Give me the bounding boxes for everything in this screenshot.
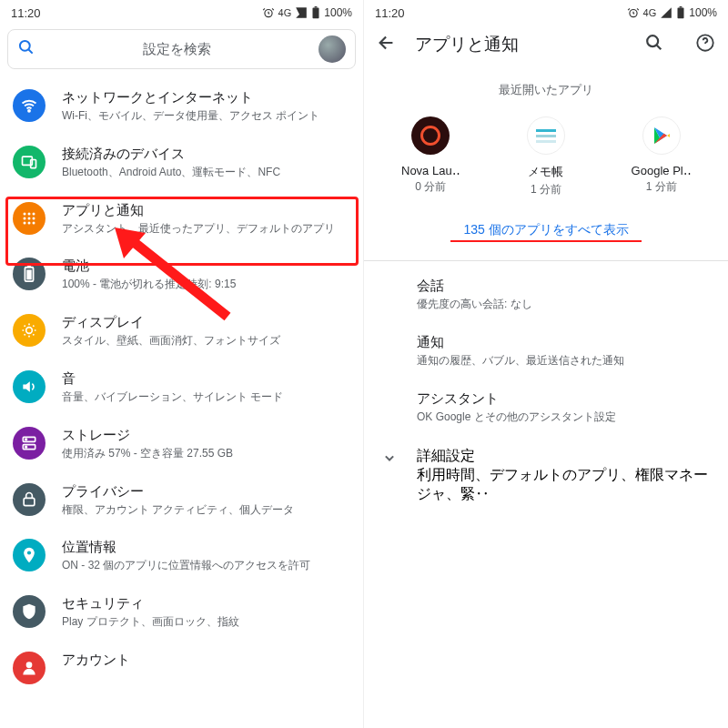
item-subtitle: Play プロテクト、画面ロック、指紋 <box>62 614 350 630</box>
account-icon <box>13 652 46 684</box>
app-name: Nova Lau‥ <box>401 164 460 177</box>
battery-icon <box>676 6 685 19</box>
alarm-icon <box>627 6 640 19</box>
row-subtitle: 通知の履歴、バブル、最近送信された通知 <box>417 353 712 369</box>
app-name: Google Pl‥ <box>632 164 692 177</box>
recent-apps-row: Nova Lau‥0 分前メモ帳1 分前Google Pl‥1 分前 <box>364 116 728 197</box>
search-icon <box>17 38 35 60</box>
devices-icon <box>13 146 46 178</box>
battery-label: 100% <box>324 6 352 19</box>
item-subtitle: 100% - 電池が切れる推定時刻: 9:15 <box>62 277 350 292</box>
search-bar[interactable]: 設定を検索 <box>7 29 356 69</box>
settings-item-display[interactable]: ディスプレイスタイル、壁紙、画面消灯、フォントサイズ <box>0 303 363 359</box>
item-title: セキュリティ <box>62 595 350 612</box>
setting-row[interactable]: 通知通知の履歴、バブル、最近送信された通知 <box>364 323 728 379</box>
chevron-down-icon <box>380 447 400 470</box>
underline-annotation <box>450 240 642 242</box>
settings-item-account[interactable]: アカウント <box>0 641 363 695</box>
recent-app[interactable]: Nova Lau‥0 分前 <box>380 116 480 197</box>
screen-header: アプリと通知 <box>364 24 728 66</box>
battery-icon <box>13 258 46 290</box>
svg-rect-28 <box>678 7 684 18</box>
svg-point-9 <box>33 212 35 215</box>
svg-point-15 <box>33 221 35 224</box>
item-subtitle: Wi-Fi、モバイル、データ使用量、アクセス ポイント <box>62 108 350 124</box>
help-button[interactable] <box>695 33 715 56</box>
setting-row[interactable]: 会話優先度の高い会話: なし <box>364 267 728 323</box>
item-title: 位置情報 <box>62 539 350 556</box>
item-title: プライバシー <box>62 483 350 500</box>
divider <box>364 260 728 261</box>
show-all-apps[interactable]: 135 個のアプリをすべて表示 <box>364 221 728 242</box>
advanced-settings[interactable]: 詳細設定 利用時間、デフォルトのアプリ、権限マネージャ、緊‥ <box>364 436 728 515</box>
apps-icon <box>13 202 46 235</box>
settings-item-storage[interactable]: ストレージ使用済み 57% - 空き容量 27.55 GB <box>0 416 363 472</box>
item-subtitle: ON - 32 個のアプリに位置情報へのアクセスを許可 <box>62 558 350 573</box>
app-icon <box>411 116 450 155</box>
settings-screen: 11:20 4G 100% 設定を検索 ネットワークとインターネットWi-Fi、… <box>0 0 364 728</box>
back-button[interactable] <box>377 33 397 56</box>
item-title: アカウント <box>62 652 350 669</box>
item-subtitle: アシスタント、最近使ったアプリ、デフォルトのアプリ <box>62 221 350 237</box>
svg-rect-29 <box>680 6 682 7</box>
settings-item-battery[interactable]: 電池100% - 電池が切れる推定時刻: 9:15 <box>0 247 363 303</box>
show-all-link[interactable]: 135 個のアプリをすべて表示 <box>463 222 628 238</box>
app-time: 0 分前 <box>415 179 446 195</box>
row-subtitle: 優先度の高い会話: なし <box>417 297 712 312</box>
search-button[interactable] <box>644 33 664 56</box>
sound-icon <box>13 370 46 403</box>
settings-item-security[interactable]: セキュリティPlay プロテクト、画面ロック、指紋 <box>0 584 363 641</box>
status-right: 4G 100% <box>627 6 717 19</box>
network-label: 4G <box>278 7 292 18</box>
row-title: アシスタント <box>417 390 712 408</box>
settings-item-sound[interactable]: 音音量、バイブレーション、サイレント モード <box>0 359 363 416</box>
setting-row[interactable]: アシスタントOK Google とその他のアシスタント設定 <box>364 379 728 436</box>
app-time: 1 分前 <box>531 182 561 197</box>
svg-point-10 <box>24 217 26 219</box>
advanced-title: 詳細設定 <box>417 447 712 466</box>
alarm-icon <box>262 6 275 19</box>
settings-item-apps[interactable]: アプリと通知アシスタント、最近使ったアプリ、デフォルトのアプリ <box>0 191 363 248</box>
svg-rect-24 <box>24 498 35 505</box>
apps-notifications-screen: 11:20 4G 100% アプリと通知 最近開いたアプリ Nova Lau‥0… <box>364 0 728 728</box>
item-title: 電池 <box>62 258 350 275</box>
svg-point-3 <box>20 41 30 51</box>
recent-app[interactable]: メモ帳1 分前 <box>496 116 596 197</box>
app-name: メモ帳 <box>528 164 563 180</box>
item-title: アプリと通知 <box>62 202 350 219</box>
row-title: 通知 <box>417 334 712 351</box>
advanced-subtitle: 利用時間、デフォルトのアプリ、権限マネージャ、緊‥ <box>417 466 712 504</box>
svg-point-19 <box>26 328 33 334</box>
status-bar: 11:20 4G 100% <box>364 0 728 24</box>
svg-point-4 <box>28 110 30 112</box>
battery-label: 100% <box>689 6 717 19</box>
settings-item-privacy[interactable]: プライバシー権限、アカウント アクティビティ、個人データ <box>0 472 363 529</box>
svg-rect-18 <box>26 270 31 280</box>
item-subtitle: 音量、バイブレーション、サイレント モード <box>62 389 350 405</box>
row-subtitle: OK Google とその他のアシスタント設定 <box>417 410 712 425</box>
app-icon <box>642 116 681 155</box>
app-time: 1 分前 <box>646 179 677 195</box>
profile-avatar[interactable] <box>318 35 346 63</box>
svg-point-26 <box>26 662 33 668</box>
item-subtitle: 権限、アカウント アクティビティ、個人データ <box>62 502 350 518</box>
network-label: 4G <box>643 7 657 18</box>
signal-icon <box>660 6 672 19</box>
settings-item-location[interactable]: 位置情報ON - 32 個のアプリに位置情報へのアクセスを許可 <box>0 528 363 584</box>
item-subtitle: 使用済み 57% - 空き容量 27.55 GB <box>62 446 350 461</box>
status-bar: 11:20 4G 100% <box>0 0 363 24</box>
svg-point-7 <box>24 212 26 215</box>
svg-rect-17 <box>27 266 31 268</box>
clock: 11:20 <box>11 6 41 20</box>
clock: 11:20 <box>375 6 405 20</box>
search-placeholder: 設定を検索 <box>45 41 309 58</box>
svg-rect-1 <box>313 7 319 18</box>
svg-point-25 <box>27 551 31 555</box>
settings-item-wifi[interactable]: ネットワークとインターネットWi-Fi、モバイル、データ使用量、アクセス ポイン… <box>0 78 363 135</box>
svg-point-13 <box>24 221 26 224</box>
settings-item-devices[interactable]: 接続済みのデバイスBluetooth、Android Auto、運転モード、NF… <box>0 135 363 191</box>
app-icon <box>527 116 565 155</box>
recent-app[interactable]: Google Pl‥1 分前 <box>612 116 712 197</box>
svg-point-11 <box>28 217 31 219</box>
svg-point-12 <box>33 217 35 219</box>
